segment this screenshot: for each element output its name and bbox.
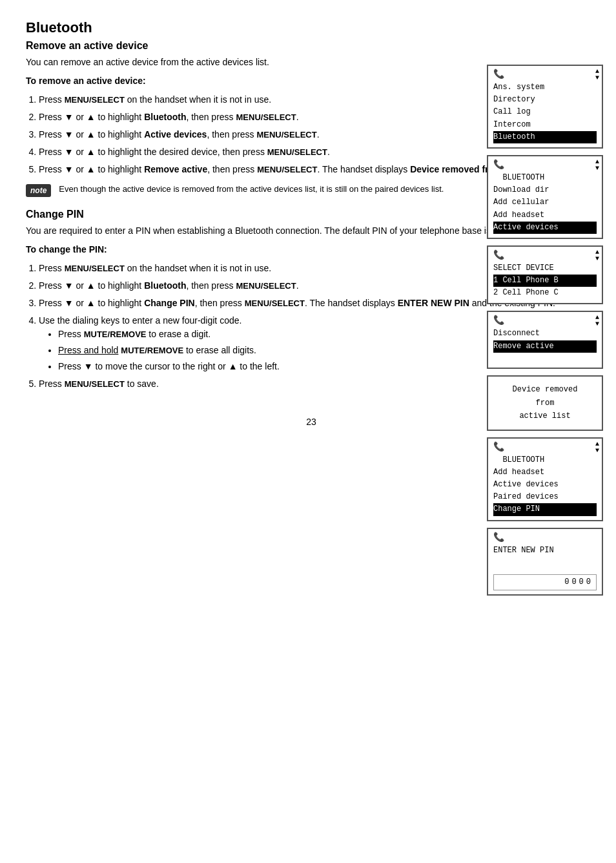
screen1-line1: Ans. system xyxy=(493,81,597,94)
screen7-line1: ENTER NEW PIN xyxy=(493,545,597,557)
screen-bluetooth-menu: 📞 ▲▼ BLUETOOTH Download dir Add cellular… xyxy=(487,155,603,239)
note-text: Even though the active device is removed… xyxy=(59,183,444,196)
screen4-line1: Disconnect xyxy=(493,328,597,340)
handset-icon-4: 📞 xyxy=(493,315,504,326)
page-title: Bluetooth xyxy=(26,19,597,36)
screen1-line5-highlighted: Bluetooth xyxy=(493,131,597,143)
screen-main-menu: 📞 ▲▼ Ans. system Directory Call log Inte… xyxy=(487,65,603,149)
screen3-line1: SELECT DEVICE xyxy=(493,262,597,275)
screen2-content: BLUETOOTH Download dir Add cellular Add … xyxy=(493,172,597,234)
handset-icon-5: 📞 xyxy=(493,441,504,452)
section1-heading: Remove an active device xyxy=(26,40,597,52)
screen1-line4: Intercom xyxy=(493,119,597,131)
screen1-content: Ans. system Directory Call log Intercom … xyxy=(493,81,597,143)
screen7-content: ENTER NEW PIN 0000 xyxy=(493,545,597,591)
screen-remove-active: 📞 ▲▼ Disconnect Remove active xyxy=(487,311,603,369)
screen3-line3: 2 Cell Phone C xyxy=(493,287,597,299)
device-removed-line2: from xyxy=(536,399,555,408)
screen2-line3: Add cellular xyxy=(493,196,597,209)
screen4-line2-highlighted: Remove active xyxy=(493,340,597,353)
handset-icon-2: 📞 xyxy=(493,159,504,170)
screen-enter-new-pin: 📞 ENTER NEW PIN 0000 xyxy=(487,528,603,596)
screen2-line4: Add headset xyxy=(493,209,597,222)
screen7-pin-display: 0000 xyxy=(493,574,597,590)
screen3-content: SELECT DEVICE 1 Cell Phone B 2 Cell Phon… xyxy=(493,262,597,300)
scroll-arrows-4: ▲▼ xyxy=(595,315,599,328)
scroll-arrows-5: ▲▼ xyxy=(595,441,599,454)
screen1-line3: Call log xyxy=(493,106,597,118)
screen7-line2 xyxy=(493,557,597,569)
handset-icon-1: 📞 xyxy=(493,68,504,79)
screen-bluetooth-menu-2: 📞 ▲▼ BLUETOOTH Add headset Active device… xyxy=(487,437,603,521)
menu-select-ref: MENU/SELECT xyxy=(65,94,125,105)
handset-icon-3: 📞 xyxy=(493,249,504,260)
screen6-line2: Add headset xyxy=(493,466,597,479)
device-removed-line3: active list xyxy=(519,411,570,421)
screen6-line3: Active devices xyxy=(493,479,597,491)
screen-select-device: 📞 ▲▼ SELECT DEVICE 1 Cell Phone B 2 Cell… xyxy=(487,245,603,305)
screen3-line2-highlighted: 1 Cell Phone B xyxy=(493,275,597,287)
screen-device-removed: Device removed from active list xyxy=(487,375,603,430)
scroll-arrows-3: ▲▼ xyxy=(595,249,599,262)
screen6-line1: BLUETOOTH xyxy=(493,454,597,466)
screen2-line5-highlighted: Active devices xyxy=(493,222,597,234)
screen6-content: BLUETOOTH Add headset Active devices Pai… xyxy=(493,454,597,516)
scroll-arrows-2: ▲▼ xyxy=(595,159,599,172)
screen1-line2: Directory xyxy=(493,94,597,106)
screen2-line2: Download dir xyxy=(493,184,597,196)
handset-icon-6: 📞 xyxy=(493,532,504,543)
screen6-line4: Paired devices xyxy=(493,491,597,503)
device-removed-line1: Device removed xyxy=(513,385,578,394)
note-label: note xyxy=(26,184,51,197)
scroll-arrows-1: ▲▼ xyxy=(595,68,599,81)
screens-column: 📞 ▲▼ Ans. system Directory Call log Inte… xyxy=(487,65,603,596)
screen6-line5-highlighted: Change PIN xyxy=(493,503,597,515)
screen2-line1: BLUETOOTH xyxy=(493,172,597,184)
screen4-content: Disconnect Remove active xyxy=(493,328,597,352)
